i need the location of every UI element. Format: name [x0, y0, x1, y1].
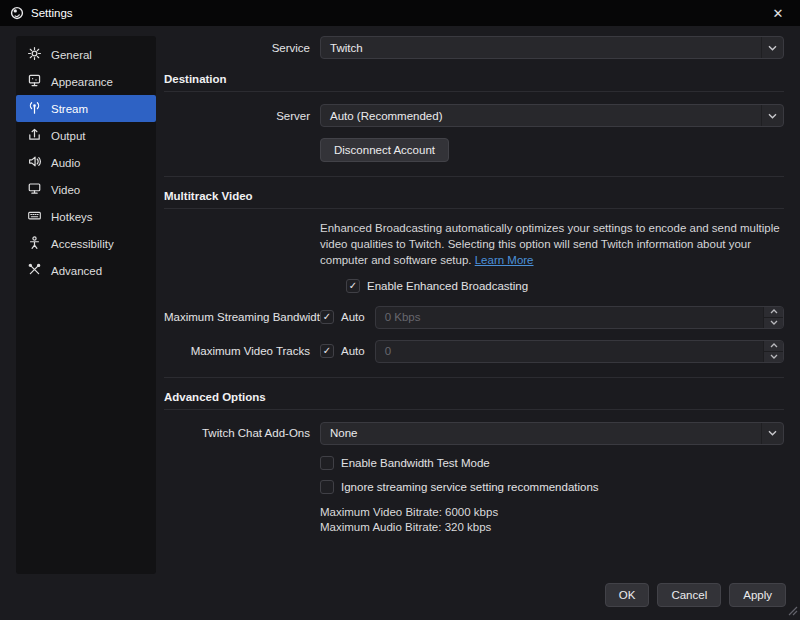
- sidebar-item-advanced[interactable]: Advanced: [16, 257, 156, 284]
- bandwidth-test-mode-checkbox[interactable]: Enable Bandwidth Test Mode: [320, 456, 490, 470]
- spin-down-icon[interactable]: [764, 352, 783, 362]
- max-streaming-bandwidth-label: Maximum Streaming Bandwidth: [164, 311, 320, 323]
- spinbox-value: 0: [376, 341, 763, 362]
- checkbox-checked: ✓: [346, 279, 360, 293]
- tracks-auto-checkbox[interactable]: ✓ Auto: [320, 344, 365, 358]
- learn-more-link[interactable]: Learn More: [475, 254, 534, 266]
- checkbox-unchecked: [320, 480, 334, 494]
- checkbox-label: Auto: [341, 345, 365, 357]
- twitch-chat-addons-dropdown[interactable]: None: [320, 422, 784, 445]
- sidebar-item-video[interactable]: Video: [16, 176, 156, 203]
- max-video-tracks-label: Maximum Video Tracks: [164, 345, 320, 357]
- destination-section: Destination Server Auto (Recommended): [164, 73, 784, 162]
- chevron-down-icon: [761, 423, 783, 444]
- checkbox-label: Auto: [341, 311, 365, 323]
- sidebar-item-general[interactable]: General: [16, 41, 156, 68]
- window-title: Settings: [31, 7, 73, 19]
- checkbox-checked: ✓: [320, 310, 334, 324]
- antenna-icon: [27, 100, 42, 117]
- service-label: Service: [164, 42, 320, 54]
- chat-addons-value: None: [330, 427, 358, 439]
- twitch-chat-addons-label: Twitch Chat Add-Ons: [164, 427, 320, 439]
- sidebar-item-appearance[interactable]: Appearance: [16, 68, 156, 95]
- stream-settings-page: Service Twitch Destination Server: [156, 26, 800, 574]
- speaker-icon: [27, 154, 42, 171]
- accessibility-icon: [27, 235, 42, 252]
- chevron-down-icon: [761, 105, 783, 126]
- close-icon[interactable]: ✕: [766, 0, 790, 26]
- multitrack-video-section: Multitrack Video Enhanced Broadcasting a…: [164, 176, 784, 363]
- sidebar-item-label: Audio: [51, 157, 80, 169]
- spin-up-icon[interactable]: [764, 341, 783, 352]
- output-icon: [27, 127, 42, 144]
- server-dropdown[interactable]: Auto (Recommended): [320, 104, 784, 127]
- spin-up-icon[interactable]: [764, 307, 783, 318]
- settings-window: Settings ✕ General Appearance: [0, 0, 800, 620]
- max-audio-bitrate-text: Maximum Audio Bitrate: 320 kbps: [320, 521, 784, 533]
- cancel-button[interactable]: Cancel: [657, 583, 721, 607]
- appearance-icon: [27, 73, 42, 90]
- service-dropdown[interactable]: Twitch: [320, 36, 784, 59]
- sidebar-item-output[interactable]: Output: [16, 122, 156, 149]
- checkbox-checked: ✓: [320, 344, 334, 358]
- sidebar-item-label: Advanced: [51, 265, 102, 277]
- server-value: Auto (Recommended): [330, 110, 443, 122]
- sidebar-item-label: Output: [51, 130, 86, 142]
- max-streaming-bandwidth-spinbox[interactable]: 0 Kbps: [375, 306, 784, 329]
- service-value: Twitch: [330, 42, 363, 54]
- ok-button[interactable]: OK: [605, 583, 650, 607]
- apply-button[interactable]: Apply: [729, 583, 786, 607]
- keyboard-icon: [27, 208, 42, 225]
- sidebar-item-audio[interactable]: Audio: [16, 149, 156, 176]
- settings-sidebar: General Appearance Stream: [16, 36, 156, 574]
- advanced-options-section: Advanced Options Twitch Chat Add-Ons Non…: [164, 377, 784, 533]
- sidebar-item-hotkeys[interactable]: Hotkeys: [16, 203, 156, 230]
- sidebar-item-accessibility[interactable]: Accessibility: [16, 230, 156, 257]
- dialog-footer: OK Cancel Apply: [605, 583, 786, 607]
- title-bar: Settings ✕: [0, 0, 800, 26]
- sidebar-item-label: Appearance: [51, 76, 113, 88]
- sidebar-item-label: Stream: [51, 103, 88, 115]
- enable-enhanced-broadcasting-checkbox[interactable]: ✓ Enable Enhanced Broadcasting: [346, 279, 528, 293]
- sidebar-item-label: Hotkeys: [51, 211, 93, 223]
- spinbox-value: 0 Kbps: [376, 307, 763, 328]
- server-label: Server: [164, 110, 320, 122]
- multitrack-video-title: Multitrack Video: [164, 190, 784, 209]
- checkbox-unchecked: [320, 456, 334, 470]
- gear-icon: [27, 46, 42, 63]
- destination-title: Destination: [164, 73, 784, 92]
- obs-logo-icon: [10, 6, 24, 20]
- spin-down-icon[interactable]: [764, 318, 783, 328]
- sidebar-item-stream[interactable]: Stream: [16, 95, 156, 122]
- max-video-tracks-spinbox[interactable]: 0: [375, 340, 784, 363]
- tools-icon: [27, 262, 42, 279]
- sidebar-item-label: General: [51, 49, 92, 61]
- multitrack-description: Enhanced Broadcasting automatically opti…: [320, 221, 784, 269]
- advanced-options-title: Advanced Options: [164, 391, 784, 410]
- max-video-bitrate-text: Maximum Video Bitrate: 6000 kbps: [320, 506, 784, 518]
- sidebar-item-label: Video: [51, 184, 80, 196]
- chevron-down-icon: [761, 37, 783, 58]
- bandwidth-auto-checkbox[interactable]: ✓ Auto: [320, 310, 365, 324]
- sidebar-item-label: Accessibility: [51, 238, 114, 250]
- checkbox-label: Enable Enhanced Broadcasting: [367, 280, 528, 292]
- ignore-recommendations-checkbox[interactable]: Ignore streaming service setting recomme…: [320, 480, 599, 494]
- monitor-icon: [27, 181, 42, 198]
- resize-grip[interactable]: [786, 604, 798, 618]
- checkbox-label: Enable Bandwidth Test Mode: [341, 457, 490, 469]
- checkbox-label: Ignore streaming service setting recomme…: [341, 481, 599, 493]
- disconnect-account-button[interactable]: Disconnect Account: [320, 138, 449, 162]
